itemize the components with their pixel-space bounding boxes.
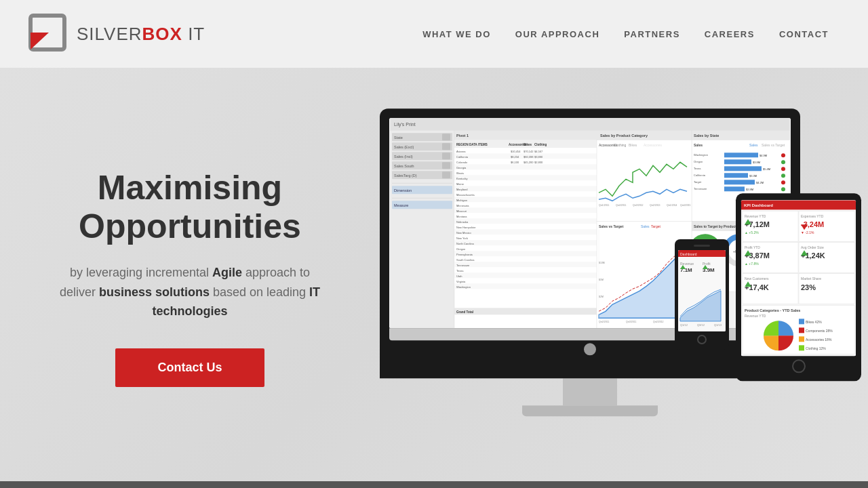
svg-text:Sales South: Sales South: [394, 164, 414, 168]
svg-text:Sales: Sales: [749, 143, 758, 147]
svg-rect-95: [454, 278, 597, 283]
svg-text:$8,234: $8,234: [511, 155, 519, 159]
svg-text:Revenue YTD: Revenue YTD: [745, 214, 766, 218]
svg-text:Accessories 18%: Accessories 18%: [806, 338, 832, 342]
svg-text:Bikes: Bikes: [629, 143, 637, 147]
svg-rect-203: [799, 327, 804, 333]
svg-text:$60,398: $60,398: [524, 155, 534, 159]
logo-icon: [27, 12, 71, 56]
ipad-dashboard: KPI Dashboard Revenue YTD +7,12M ▲ +5.2%…: [741, 200, 856, 356]
svg-rect-79: [454, 235, 597, 240]
svg-rect-77: [454, 229, 597, 235]
svg-text:$4,567: $4,567: [534, 150, 543, 153]
svg-rect-69: [454, 207, 597, 213]
svg-rect-91: [454, 267, 597, 272]
svg-text:Measure: Measure: [394, 203, 408, 207]
svg-text:Qtr4/2015: Qtr4/2015: [680, 204, 691, 207]
svg-rect-144: [597, 140, 692, 221]
svg-rect-14: [442, 152, 450, 159]
svg-text:Illinois: Illinois: [456, 171, 464, 175]
svg-rect-87: [454, 256, 597, 262]
svg-text:Revenue YTD: Revenue YTD: [745, 314, 766, 318]
ipad-screen: KPI Dashboard Revenue YTD +7,12M ▲ +5.2%…: [741, 200, 856, 356]
svg-text:Profit YTD: Profit YTD: [745, 245, 760, 249]
svg-point-125: [781, 167, 785, 171]
svg-text:$4.2M: $4.2M: [756, 181, 764, 184]
svg-text:$2M: $2M: [599, 296, 604, 298]
svg-text:Q3/12: Q3/12: [697, 323, 705, 327]
hero-headline: Maximising Opportunities: [54, 169, 326, 247]
logo-box: BOX: [142, 24, 182, 44]
svg-point-127: [781, 180, 785, 184]
ipad-outer: KPI Dashboard Revenue YTD +7,12M ▲ +5.2%…: [736, 193, 861, 381]
nav-contact[interactable]: CONTACT: [767, 22, 841, 46]
svg-text:Qtr4/2011: Qtr4/2011: [616, 204, 627, 207]
svg-text:Minnesota: Minnesota: [456, 204, 469, 207]
svg-text:Lily's Print: Lily's Print: [394, 122, 416, 127]
svg-text:Washington: Washington: [694, 153, 708, 157]
svg-text:Sales: Sales: [641, 224, 650, 228]
svg-text:Qtr1/2014: Qtr1/2014: [667, 204, 677, 207]
svg-text:Market Share: Market Share: [801, 277, 821, 281]
svg-text:South Carolina: South Carolina: [456, 258, 475, 262]
imac-apple-logo: [584, 343, 596, 355]
svg-text:▲ +7.8%: ▲ +7.8%: [745, 262, 759, 266]
imac-base: [522, 405, 658, 416]
svg-text:Target: Target: [694, 180, 702, 184]
svg-text:Sales vs Target: Sales vs Target: [762, 143, 785, 147]
svg-text:Pivot 1: Pivot 1: [456, 134, 469, 138]
contact-us-button[interactable]: Contact Us: [115, 348, 264, 387]
svg-rect-73: [454, 218, 597, 224]
header: SILVERBOX IT WHAT WE DO OUR APPROACH PAR…: [0, 0, 868, 68]
svg-rect-11: [442, 143, 450, 150]
svg-text:KPI Dashboard: KPI Dashboard: [744, 203, 773, 207]
svg-text:Sales (Excl): Sales (Excl): [394, 145, 414, 149]
iphone-screen: Dashboard Revenue 7.1M Profit 3.9M Q1/12: [678, 250, 726, 331]
hero-right: Lily's Print State Sales (Excl) Sales (I…: [366, 68, 868, 488]
svg-text:Tennessee: Tennessee: [456, 264, 470, 267]
svg-text:New Mexico: New Mexico: [456, 231, 472, 235]
svg-text:Qtr3/2011: Qtr3/2011: [626, 321, 637, 323]
svg-text:Qtr1/2011: Qtr1/2011: [599, 204, 610, 207]
svg-text:$3.8M: $3.8M: [753, 161, 760, 164]
iphone-speaker: [694, 245, 710, 247]
svg-text:Sales by State: Sales by State: [694, 134, 719, 138]
svg-text:REGION DATA ITEMS: REGION DATA ITEMS: [456, 143, 488, 146]
svg-text:$5.4M: $5.4M: [763, 167, 770, 171]
svg-marker-1: [31, 33, 49, 49]
svg-text:23%: 23%: [801, 283, 816, 291]
svg-text:Profit: Profit: [703, 262, 711, 266]
svg-rect-99: [454, 308, 597, 314]
svg-text:North Carolina: North Carolina: [456, 242, 475, 245]
svg-text:$10M: $10M: [599, 262, 605, 264]
dashboard-screenshot: Lily's Print State Sales (Excl) Sales (I…: [389, 118, 791, 328]
svg-text:▲ +5.2%: ▲ +5.2%: [745, 230, 759, 235]
nav-partners[interactable]: PARTNERS: [612, 22, 692, 46]
nav-our-approach[interactable]: OUR APPROACH: [503, 22, 612, 46]
nav-what-we-do[interactable]: WHAT WE DO: [410, 22, 503, 46]
logo-it: IT: [182, 24, 205, 44]
svg-rect-112: [724, 159, 751, 164]
svg-text:Accessories: Accessories: [644, 143, 662, 147]
headline-line1: Maximising: [98, 169, 282, 207]
subtext-agile: Agile: [212, 266, 242, 279]
svg-text:Washington: Washington: [456, 285, 471, 289]
svg-text:California: California: [694, 174, 706, 177]
svg-text:Expenses YTD: Expenses YTD: [801, 214, 824, 218]
svg-text:Sales vs Target: Sales vs Target: [599, 224, 624, 228]
svg-rect-8: [442, 134, 450, 140]
svg-rect-207: [799, 345, 804, 350]
imac-screen: Lily's Print State Sales (Excl) Sales (I…: [389, 118, 791, 328]
svg-rect-53: [454, 164, 597, 169]
svg-rect-57: [454, 175, 597, 180]
svg-rect-116: [724, 186, 745, 191]
subtext-mid2: based on leading: [210, 285, 309, 299]
logo[interactable]: SILVERBOX IT: [27, 12, 205, 56]
svg-text:Maryland: Maryland: [456, 188, 467, 191]
svg-text:Revenue: Revenue: [680, 262, 694, 266]
svg-text:Q1/13: Q1/13: [714, 323, 722, 327]
svg-rect-114: [724, 173, 748, 178]
svg-text:Maine: Maine: [456, 182, 465, 186]
svg-rect-59: [454, 180, 597, 186]
nav-careers[interactable]: CAREERS: [692, 22, 767, 46]
